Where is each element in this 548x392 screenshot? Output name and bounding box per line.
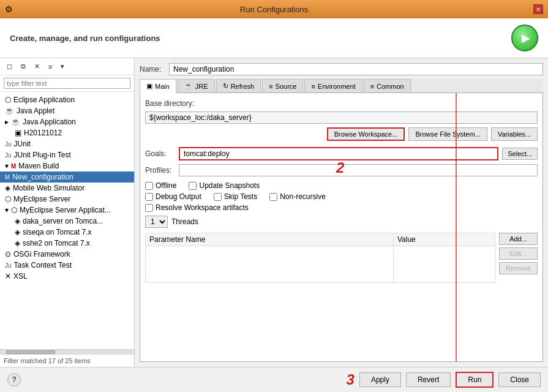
- param-value-cell: [393, 246, 495, 283]
- sidebar-item-junit-plugin[interactable]: Ju JUnit Plug-in Test: [0, 149, 134, 160]
- variables-button[interactable]: Variables...: [491, 127, 538, 141]
- sidebar-item-maven-build[interactable]: ▾ M Maven Build: [0, 160, 134, 172]
- sidebar-item-label: JUnit: [14, 140, 31, 148]
- title-bar: ⚙ Run Configurations ✕: [0, 0, 548, 18]
- sidebar-item-task-context[interactable]: Ju Task Context Test: [0, 260, 134, 271]
- offline-checkbox-label[interactable]: Offline: [145, 181, 176, 190]
- non-recursive-checkbox-label[interactable]: Non-recursive: [269, 192, 326, 201]
- tab-source-icon: ≡: [269, 83, 272, 90]
- select-button[interactable]: Select...: [502, 148, 538, 160]
- xsl-icon: ✕: [5, 272, 11, 281]
- tab-environment[interactable]: ≡ Environment: [304, 79, 362, 92]
- junit-plugin-icon: Ju: [5, 152, 12, 159]
- profiles-label: Profiles:: [145, 166, 179, 175]
- sidebar-item-eclipse-app[interactable]: ⬡ Eclipse Application: [0, 94, 134, 105]
- new-config-button[interactable]: ◻: [4, 61, 15, 72]
- param-value-header: Value: [393, 233, 495, 246]
- footer-left: ?: [7, 373, 21, 386]
- resolve-workspace-checkbox-label[interactable]: Resolve Workspace artifacts: [145, 203, 249, 212]
- mobile-web-icon: ◈: [5, 184, 10, 192]
- sidebar-item-myeclipse-server[interactable]: ⬡ MyEclipse Server: [0, 194, 134, 205]
- profiles-input[interactable]: [179, 164, 538, 176]
- skip-tests-checkbox[interactable]: [214, 193, 222, 201]
- threads-select[interactable]: 1 2 4: [145, 216, 168, 228]
- sidebar-item-siseqa[interactable]: ◈ siseqa on Tomcat 7.x: [10, 227, 134, 238]
- sidebar-item-java-app[interactable]: ▸ ☕ Java Application: [0, 116, 134, 127]
- tab-jre[interactable]: ☕ JRE: [178, 79, 215, 92]
- sidebar-toolbar: ◻ ⧉ ✕ ≡ ▾: [0, 58, 134, 75]
- annotation-3: 3: [347, 371, 355, 388]
- name-input[interactable]: [169, 63, 543, 75]
- debug-output-checkbox[interactable]: [145, 193, 153, 201]
- dialog-footer: ? 3 Apply Revert Run Close: [0, 367, 548, 392]
- resolve-workspace-checkbox[interactable]: [145, 204, 153, 212]
- update-snapshots-checkbox-label[interactable]: Update Snapshots: [189, 181, 260, 190]
- tab-jre-label: JRE: [195, 83, 208, 90]
- collapse-button[interactable]: ≡: [45, 61, 55, 72]
- non-recursive-checkbox[interactable]: [269, 193, 277, 201]
- sidebar-item-label: sshe2 on Tomcat 7.x: [23, 239, 90, 247]
- sidebar-item-new-config[interactable]: M New_configuration: [0, 172, 134, 183]
- sidebar: ◻ ⧉ ✕ ≡ ▾ ⬡ Eclipse Application ☕ Java A…: [0, 58, 135, 367]
- help-button[interactable]: ?: [7, 373, 21, 386]
- sidebar-item-daka-server[interactable]: ◈ daka_server on Tomca...: [10, 216, 134, 227]
- sidebar-item-java-applet[interactable]: ☕ Java Applet: [0, 105, 134, 116]
- name-label: Name:: [140, 65, 164, 74]
- footer-right: 3 Apply Revert Run Close: [347, 371, 541, 388]
- sidebar-item-junit[interactable]: Ju JUnit: [0, 138, 134, 149]
- tab-common[interactable]: ≡ Common: [364, 79, 411, 92]
- debug-output-checkbox-label[interactable]: Debug Output: [145, 192, 201, 201]
- sidebar-item-h20121012[interactable]: ▣ H20121012: [10, 127, 134, 138]
- apply-button[interactable]: Apply: [359, 372, 401, 387]
- sidebar-item-xsl[interactable]: ✕ XSL: [0, 271, 134, 282]
- skip-tests-checkbox-label[interactable]: Skip Tests: [214, 192, 257, 201]
- filter-input[interactable]: [4, 78, 130, 89]
- tab-content-main: Base directory: Browse Workspace... Brow…: [140, 93, 543, 362]
- sidebar-item-sshe2[interactable]: ◈ sshe2 on Tomcat 7.x: [10, 238, 134, 249]
- header-subtitle: Create, manage, and run configurations: [10, 34, 160, 43]
- sidebar-item-label: JUnit Plug-in Test: [14, 151, 71, 159]
- tab-source[interactable]: ≡ Source: [262, 79, 303, 92]
- tab-source-label: Source: [276, 83, 297, 90]
- sidebar-item-label: Java Applet: [17, 107, 54, 115]
- dialog: Create, manage, and run configurations ◻…: [0, 18, 548, 392]
- sidebar-item-label: MyEclipse Server Applicat...: [20, 206, 111, 214]
- parameters-area: Parameter Name Value: [145, 233, 538, 285]
- offline-checkbox[interactable]: [145, 182, 153, 190]
- browse-file-system-button[interactable]: Browse File System...: [408, 127, 487, 141]
- tab-environment-label: Environment: [318, 83, 356, 90]
- sidebar-item-label: MyEclipse Server: [13, 195, 70, 203]
- delete-button[interactable]: ✕: [31, 61, 43, 72]
- browse-workspace-button[interactable]: Browse Workspace...: [327, 127, 405, 141]
- sidebar-item-label: XSL: [13, 272, 28, 281]
- dialog-body: ◻ ⧉ ✕ ≡ ▾ ⬡ Eclipse Application ☕ Java A…: [0, 58, 548, 367]
- close-dialog-button[interactable]: Close: [498, 372, 541, 387]
- revert-button[interactable]: Revert: [406, 372, 451, 387]
- run-large-button[interactable]: [511, 24, 538, 51]
- add-param-button[interactable]: Add...: [499, 233, 538, 245]
- edit-param-button[interactable]: Edit...: [499, 247, 538, 260]
- sidebar-item-label: Task Context Test: [14, 261, 72, 270]
- more-button[interactable]: ▾: [58, 61, 67, 72]
- maven-icon: M: [11, 163, 16, 170]
- base-dir-input[interactable]: [145, 111, 538, 124]
- duplicate-button[interactable]: ⧉: [18, 61, 29, 72]
- sidebar-hscroll[interactable]: [0, 349, 134, 354]
- sidebar-item-mobile-web[interactable]: ◈ Mobile Web Simulator: [0, 183, 134, 194]
- goals-input[interactable]: [179, 147, 498, 160]
- update-snapshots-checkbox[interactable]: [189, 182, 197, 190]
- tab-refresh[interactable]: ↻ Refresh: [216, 79, 261, 92]
- param-buttons: Add... Edit... Remove: [499, 233, 538, 285]
- table-row: [146, 246, 495, 283]
- remove-param-button[interactable]: Remove: [499, 262, 538, 274]
- sidebar-item-label: New_configuration: [12, 173, 73, 181]
- java-app-icon: ☕: [11, 118, 20, 126]
- close-button[interactable]: ✕: [533, 4, 543, 14]
- tab-main[interactable]: ▣ Main: [140, 79, 176, 93]
- task-context-icon: Ju: [5, 262, 12, 269]
- sidebar-item-osgi[interactable]: ⊙ OSGi Framework: [0, 249, 134, 260]
- run-button[interactable]: Run: [456, 372, 494, 388]
- sidebar-item-myeclipse-app[interactable]: ▾ ⬡ MyEclipse Server Applicat...: [0, 205, 134, 216]
- tab-refresh-icon: ↻: [223, 82, 228, 90]
- base-dir-label: Base directory:: [145, 98, 200, 108]
